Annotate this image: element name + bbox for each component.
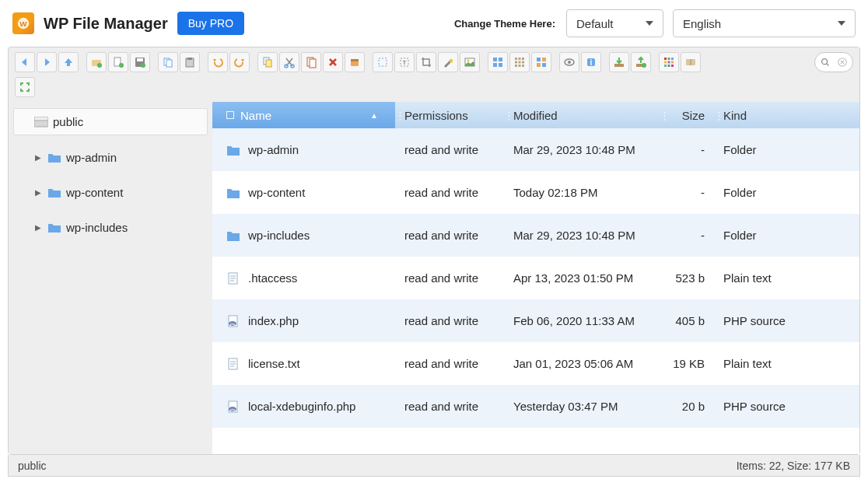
clear-search-icon[interactable] — [837, 57, 848, 68]
file-row[interactable]: wp-content read and write Today 02:18 PM… — [212, 171, 859, 214]
svg-rect-29 — [499, 63, 502, 67]
info-button[interactable]: i — [581, 52, 601, 72]
file-modified: Yesterday 03:47 PM — [504, 400, 660, 413]
svg-rect-58 — [671, 65, 674, 67]
new-file-button[interactable] — [108, 52, 128, 72]
forward-button[interactable] — [37, 52, 57, 72]
text-select-button[interactable]: T — [394, 52, 415, 72]
icons-small-button[interactable] — [509, 52, 530, 72]
svg-rect-57 — [668, 65, 670, 67]
fullscreen-button[interactable] — [15, 77, 35, 97]
new-folder-button[interactable] — [86, 52, 107, 72]
svg-rect-30 — [515, 58, 517, 60]
file-kind: Folder — [714, 186, 859, 199]
preview-button[interactable] — [559, 52, 579, 72]
status-bar: public Items: 22, Size: 177 KB — [8, 455, 860, 477]
file-size: 20 b — [660, 400, 714, 413]
column-permissions[interactable]: ⋮Permissions — [395, 102, 504, 128]
file-name: wp-content — [248, 186, 305, 199]
svg-text:php: php — [230, 321, 236, 325]
svg-rect-65 — [34, 117, 48, 121]
back-button[interactable] — [15, 52, 35, 72]
select-all-checkbox[interactable] — [226, 111, 234, 119]
file-row[interactable]: .htaccess read and write Apr 13, 2023 01… — [212, 257, 859, 299]
tree-expand-icon[interactable]: ▶ — [35, 188, 43, 197]
help-button[interactable] — [681, 52, 701, 72]
column-modified[interactable]: ⋮Modified — [504, 102, 660, 128]
file-row[interactable]: wp-includes read and write Mar 29, 2023 … — [212, 214, 859, 257]
select-button[interactable] — [373, 52, 393, 72]
svg-point-44 — [568, 61, 571, 64]
svg-rect-55 — [671, 61, 674, 64]
search-input[interactable] — [814, 52, 853, 72]
theme-label: Change Theme Here: — [454, 18, 555, 30]
copy-button[interactable] — [158, 52, 178, 72]
folder-icon — [47, 152, 61, 163]
file-size: - — [660, 186, 714, 199]
tree-item-wp-content[interactable]: ▶ wp-content — [27, 180, 208, 205]
download-button[interactable] — [609, 52, 629, 72]
file-kind: Folder — [714, 143, 859, 156]
column-name[interactable]: Name — [212, 102, 395, 128]
theme-select-value: Default — [576, 17, 614, 30]
file-modified: Today 02:18 PM — [504, 186, 660, 199]
cut-button[interactable] — [279, 52, 299, 72]
list-view-button[interactable] — [531, 52, 551, 72]
save-button[interactable] — [130, 52, 150, 72]
theme-select[interactable]: Default — [566, 9, 663, 37]
file-list: Name ⋮Permissions ⋮Modified ⋮Size ⋮Kind … — [212, 102, 859, 454]
app-logo: W — [12, 12, 34, 34]
file-permissions: read and write — [395, 357, 504, 370]
redo-button[interactable] — [229, 52, 250, 72]
svg-rect-37 — [519, 65, 521, 67]
file-permissions: read and write — [395, 143, 504, 156]
php-file-icon: php — [226, 314, 240, 328]
duplicate-button[interactable] — [257, 52, 278, 72]
svg-rect-53 — [664, 61, 667, 64]
tree-item-wp-includes[interactable]: ▶ wp-includes — [27, 215, 208, 240]
php-file-icon: php — [226, 400, 240, 414]
image-button[interactable] — [460, 52, 480, 72]
svg-text:i: i — [590, 58, 593, 67]
svg-point-61 — [822, 59, 828, 65]
tree-item-wp-admin[interactable]: ▶ wp-admin — [27, 145, 208, 170]
svg-point-8 — [141, 63, 145, 68]
crop-button[interactable] — [416, 52, 436, 72]
icons-large-button[interactable] — [488, 52, 508, 72]
tree-root[interactable]: ▶ public — [13, 108, 208, 135]
undo-button[interactable] — [208, 52, 228, 72]
file-name: .htaccess — [248, 271, 297, 285]
file-modified: Mar 29, 2023 10:48 PM — [504, 143, 660, 156]
file-row[interactable]: wp-admin read and write Mar 29, 2023 10:… — [212, 128, 859, 171]
svg-point-5 — [119, 63, 124, 68]
svg-rect-47 — [614, 64, 624, 67]
file-row[interactable]: phpindex.php read and write Feb 06, 2020… — [212, 299, 859, 342]
column-size[interactable]: ⋮Size — [660, 102, 714, 128]
archive-button[interactable] — [345, 52, 365, 72]
svg-rect-7 — [137, 58, 143, 61]
file-size: 19 KB — [660, 357, 714, 370]
up-button[interactable] — [58, 52, 79, 72]
status-path: public — [18, 460, 47, 472]
delete-button[interactable] — [323, 52, 343, 72]
tree-expand-icon[interactable]: ▶ — [35, 153, 43, 162]
tree-expand-icon[interactable]: ▶ — [35, 223, 43, 232]
copy-clipboard-button[interactable] — [301, 52, 321, 72]
buy-pro-button[interactable]: Buy PRO — [177, 12, 244, 35]
svg-rect-12 — [187, 58, 192, 60]
svg-text:W: W — [19, 19, 27, 28]
file-row[interactable]: phplocal-xdebuginfo.php read and write Y… — [212, 385, 859, 428]
svg-rect-39 — [537, 58, 541, 61]
language-select[interactable]: English — [673, 9, 856, 37]
upload-button[interactable] — [631, 52, 651, 72]
svg-rect-40 — [542, 58, 546, 61]
svg-rect-42 — [542, 63, 546, 67]
paste-button[interactable] — [180, 52, 200, 72]
file-row[interactable]: license.txt read and write Jan 01, 2023 … — [212, 342, 859, 385]
effects-button[interactable] — [438, 52, 458, 72]
theme-grid-button[interactable] — [659, 52, 679, 72]
sidebar: ▶ public ▶ wp-admin ▶ wp-content ▶ wp-in… — [9, 102, 212, 454]
folder-icon — [226, 143, 240, 157]
file-manager-panel: T i — [8, 47, 860, 455]
column-kind[interactable]: ⋮Kind — [714, 102, 859, 128]
